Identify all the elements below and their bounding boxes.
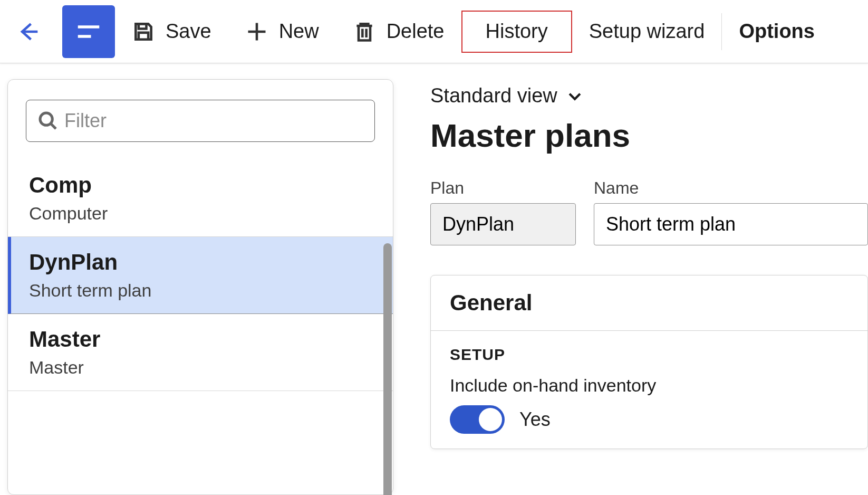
filter-input[interactable] xyxy=(26,100,375,142)
setup-wizard-label: Setup wizard xyxy=(589,20,705,43)
delete-button[interactable]: Delete xyxy=(336,11,461,53)
list-item-code: Master xyxy=(29,327,372,352)
new-label: New xyxy=(279,20,319,43)
list-item-code: DynPlan xyxy=(29,250,372,275)
plus-icon xyxy=(245,20,268,43)
arrow-left-icon xyxy=(16,20,40,43)
scrollbar-thumb[interactable] xyxy=(383,243,392,495)
toggle-state: Yes xyxy=(519,408,551,431)
toggle-row: Yes xyxy=(450,405,848,434)
toggle-thumb xyxy=(479,408,502,431)
menu-button[interactable] xyxy=(62,5,115,58)
list-item[interactable]: DynPlan Short term plan xyxy=(8,237,393,314)
history-label: History xyxy=(486,20,548,43)
view-selector[interactable]: Standard view xyxy=(430,84,868,107)
save-label: Save xyxy=(166,20,211,43)
toolbar: Save New Delete History Setup wizard Opt… xyxy=(0,0,868,63)
list-item[interactable]: Master Master xyxy=(8,314,393,391)
list-scroll[interactable]: Comp Computer DynPlan Short term plan Ma… xyxy=(8,160,393,470)
save-icon xyxy=(132,20,155,43)
filter-wrap xyxy=(26,100,375,142)
name-input[interactable] xyxy=(594,203,868,245)
field-row: Plan Name xyxy=(430,178,868,245)
list-panel: Comp Computer DynPlan Short term plan Ma… xyxy=(7,79,393,495)
view-selector-label: Standard view xyxy=(430,84,557,107)
list-item-name: Computer xyxy=(29,203,372,224)
save-button[interactable]: Save xyxy=(115,11,228,53)
list-item-code: Comp xyxy=(29,173,372,198)
list-item-name: Short term plan xyxy=(29,280,372,301)
search-icon xyxy=(37,110,59,131)
menu-icon xyxy=(74,17,103,46)
name-label: Name xyxy=(594,178,868,198)
toggle-label: Include on-hand inventory xyxy=(450,375,848,396)
main-content: Comp Computer DynPlan Short term plan Ma… xyxy=(0,63,868,495)
options-label: Options xyxy=(739,20,815,43)
setup-wizard-button[interactable]: Setup wizard xyxy=(572,11,722,53)
setup-heading: SETUP xyxy=(450,346,848,364)
plan-label: Plan xyxy=(430,178,576,198)
detail-panel: Standard view Master plans Plan Name Gen… xyxy=(393,79,868,495)
options-button[interactable]: Options xyxy=(722,11,832,53)
plan-input[interactable] xyxy=(430,203,576,245)
back-button[interactable] xyxy=(9,13,46,50)
list-item-name: Master xyxy=(29,357,372,378)
trash-icon xyxy=(353,20,376,43)
history-button[interactable]: History xyxy=(461,11,572,53)
general-section: General SETUP Include on-hand inventory … xyxy=(430,275,868,449)
section-header[interactable]: General xyxy=(431,275,867,331)
list-item[interactable]: Comp Computer xyxy=(8,160,393,237)
section-body: SETUP Include on-hand inventory Yes xyxy=(431,331,867,449)
plan-field: Plan xyxy=(430,178,576,245)
delete-label: Delete xyxy=(387,20,445,43)
chevron-down-icon xyxy=(566,87,584,105)
onhand-inventory-toggle[interactable] xyxy=(450,405,505,434)
name-field: Name xyxy=(594,178,868,245)
svg-point-0 xyxy=(40,113,52,125)
page-title: Master plans xyxy=(430,117,868,154)
new-button[interactable]: New xyxy=(228,11,336,53)
